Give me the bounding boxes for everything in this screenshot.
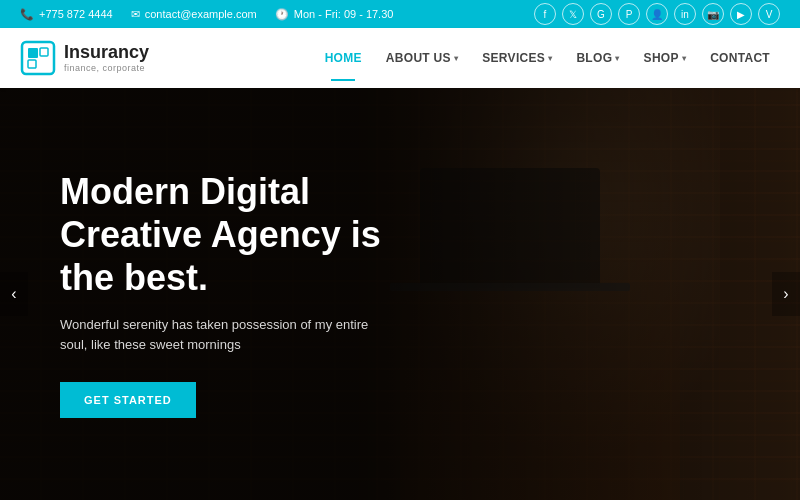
youtube-icon[interactable]: ▶ [730,3,752,25]
logo: Insurancy finance, corporate [20,40,149,76]
nav-item-services: SERVICES ▾ [472,43,562,73]
nav-shop[interactable]: SHOP ▾ [634,43,697,73]
hours-item: 🕐 Mon - Fri: 09 - 17.30 [275,8,394,21]
business-hours: Mon - Fri: 09 - 17.30 [294,8,394,20]
svg-rect-1 [28,48,38,58]
nav-blog[interactable]: BLOG ▾ [566,43,629,73]
logo-icon [20,40,56,76]
logo-title: Insurancy [64,43,149,63]
navbar: Insurancy finance, corporate HOME ABOUT … [0,28,800,88]
google-plus-icon[interactable]: G [590,3,612,25]
user-icon[interactable]: 👤 [646,3,668,25]
nav-item-contact: CONTACT [700,43,780,73]
logo-subtitle: finance, corporate [64,63,149,73]
svg-rect-0 [22,42,54,74]
nav-links: HOME ABOUT US ▾ SERVICES ▾ BLOG ▾ SHOP ▾… [315,43,780,73]
phone-item: 📞 +775 872 4444 [20,8,113,21]
email-icon: ✉ [131,8,140,21]
linkedin-icon[interactable]: in [674,3,696,25]
about-arrow: ▾ [454,54,458,63]
email-item: ✉ contact@example.com [131,8,257,21]
nav-home[interactable]: HOME [315,43,372,73]
nav-item-about: ABOUT US ▾ [376,43,468,73]
services-arrow: ▾ [548,54,552,63]
logo-text: Insurancy finance, corporate [64,43,149,73]
nav-contact[interactable]: CONTACT [700,43,780,73]
top-bar: 📞 +775 872 4444 ✉ contact@example.com 🕐 … [0,0,800,28]
hero-section: Modern Digital Creative Agency is the be… [0,88,800,500]
facebook-icon[interactable]: f [534,3,556,25]
clock-icon: 🕐 [275,8,289,21]
twitter-icon[interactable]: 𝕏 [562,3,584,25]
hero-title: Modern Digital Creative Agency is the be… [60,170,420,300]
hero-content: Modern Digital Creative Agency is the be… [0,88,480,500]
hero-next-arrow[interactable]: › [772,272,800,316]
phone-icon: 📞 [20,8,34,21]
nav-item-shop: SHOP ▾ [634,43,697,73]
vk-icon[interactable]: V [758,3,780,25]
blog-arrow: ▾ [615,54,619,63]
svg-rect-3 [28,60,36,68]
social-icons-container: f 𝕏 G P 👤 in 📷 ▶ V [534,3,780,25]
nav-services[interactable]: SERVICES ▾ [472,43,562,73]
email-address: contact@example.com [145,8,257,20]
get-started-button[interactable]: GET STARTED [60,382,196,418]
pinterest-icon[interactable]: P [618,3,640,25]
shop-arrow: ▾ [682,54,686,63]
phone-number: +775 872 4444 [39,8,113,20]
nav-item-blog: BLOG ▾ [566,43,629,73]
nav-item-home: HOME [315,43,372,73]
instagram-icon[interactable]: 📷 [702,3,724,25]
hero-subtitle: Wonderful serenity has taken possession … [60,315,380,354]
nav-about[interactable]: ABOUT US ▾ [376,43,468,73]
top-bar-contact: 📞 +775 872 4444 ✉ contact@example.com 🕐 … [20,8,393,21]
svg-rect-2 [40,48,48,56]
hero-prev-arrow[interactable]: ‹ [0,272,28,316]
